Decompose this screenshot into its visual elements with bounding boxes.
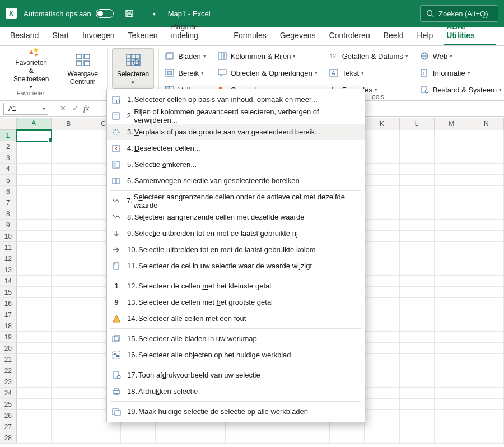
cell[interactable] bbox=[52, 220, 86, 231]
cell[interactable] bbox=[52, 197, 86, 208]
informatie-button[interactable]: iInformatie▾ bbox=[419, 66, 502, 80]
menu-item[interactable]: 2. Rijen of kolommen geavanceerd selecte… bbox=[107, 108, 365, 124]
bladen-button[interactable]: Bladen▾ bbox=[165, 49, 206, 63]
column-header[interactable]: B bbox=[52, 118, 86, 130]
cell[interactable] bbox=[365, 343, 399, 354]
cell[interactable] bbox=[17, 309, 52, 320]
cell[interactable] bbox=[469, 130, 504, 141]
cell[interactable] bbox=[190, 421, 225, 432]
row-header[interactable]: 2 bbox=[0, 141, 17, 152]
cell[interactable] bbox=[52, 287, 86, 298]
cell[interactable] bbox=[400, 410, 435, 421]
cell[interactable] bbox=[156, 432, 190, 444]
cell[interactable] bbox=[435, 231, 469, 242]
cell[interactable] bbox=[469, 309, 504, 320]
tab-gegevens[interactable]: Gegevens bbox=[273, 27, 323, 45]
tab-controleren[interactable]: Controleren bbox=[323, 27, 377, 45]
cell[interactable] bbox=[435, 343, 469, 354]
menu-item[interactable]: !14. Selecteer alle cellen met een fout bbox=[107, 310, 365, 327]
row-header[interactable]: 18 bbox=[0, 320, 17, 332]
cell[interactable] bbox=[435, 432, 469, 444]
cell[interactable] bbox=[435, 186, 469, 197]
cell[interactable] bbox=[365, 264, 399, 276]
select-all-corner[interactable] bbox=[0, 118, 17, 130]
cell[interactable] bbox=[156, 421, 190, 432]
row-header[interactable]: 6 bbox=[0, 186, 17, 197]
cell[interactable] bbox=[469, 343, 504, 354]
cell[interactable] bbox=[17, 220, 52, 231]
cell[interactable] bbox=[365, 287, 399, 298]
menu-item[interactable]: 19. Maak huidige selectie de selectie op… bbox=[107, 403, 365, 420]
cell[interactable] bbox=[17, 208, 52, 220]
cell[interactable] bbox=[469, 388, 504, 399]
cell[interactable] bbox=[52, 388, 86, 399]
cell[interactable] bbox=[435, 130, 469, 141]
cell[interactable] bbox=[469, 152, 504, 164]
cell[interactable] bbox=[435, 354, 469, 365]
cell[interactable] bbox=[17, 287, 52, 298]
cell[interactable] bbox=[469, 410, 504, 421]
cell[interactable] bbox=[365, 354, 399, 365]
row-header[interactable]: 24 bbox=[0, 388, 17, 399]
cell[interactable] bbox=[469, 253, 504, 264]
cell[interactable] bbox=[400, 421, 435, 432]
cell[interactable] bbox=[400, 388, 435, 399]
row-header[interactable]: 9 bbox=[0, 220, 17, 231]
cell[interactable] bbox=[469, 208, 504, 220]
row-header[interactable]: 7 bbox=[0, 197, 17, 208]
cell[interactable] bbox=[17, 320, 52, 332]
kolommen-rijen-button[interactable]: Kolommen & Rijen▾ bbox=[217, 49, 318, 63]
cell[interactable] bbox=[17, 175, 52, 186]
cell[interactable] bbox=[435, 242, 469, 253]
cell[interactable] bbox=[400, 320, 435, 332]
cell[interactable] bbox=[435, 220, 469, 231]
selecteren-button[interactable]: Selecteren ▾ bbox=[112, 48, 154, 89]
cell[interactable] bbox=[435, 276, 469, 287]
cell[interactable] bbox=[365, 130, 399, 141]
cell[interactable] bbox=[400, 208, 435, 220]
cell[interactable] bbox=[260, 421, 295, 432]
cell[interactable] bbox=[365, 186, 399, 197]
cell[interactable] bbox=[17, 376, 52, 388]
cell[interactable] bbox=[365, 332, 399, 343]
cell[interactable] bbox=[400, 365, 435, 376]
menu-item[interactable]: 3. Verplaats of pas de grootte aan van g… bbox=[107, 124, 365, 140]
cell[interactable] bbox=[17, 231, 52, 242]
row-header[interactable]: 10 bbox=[0, 231, 17, 242]
cell[interactable] bbox=[52, 343, 86, 354]
cell[interactable] bbox=[469, 220, 504, 231]
cell[interactable] bbox=[52, 421, 86, 432]
menu-item[interactable]: 10. Selectie uitbreiden tot en met de la… bbox=[107, 241, 365, 258]
tab-help[interactable]: Help bbox=[410, 27, 440, 45]
cell[interactable] bbox=[400, 253, 435, 264]
cell[interactable] bbox=[400, 220, 435, 231]
cell[interactable] bbox=[52, 432, 86, 444]
cell[interactable] bbox=[435, 175, 469, 186]
cell[interactable] bbox=[17, 242, 52, 253]
cell[interactable] bbox=[52, 253, 86, 264]
cell[interactable] bbox=[469, 320, 504, 332]
cell[interactable] bbox=[400, 354, 435, 365]
menu-item[interactable]: 112. Selecteer de cellen met het kleinst… bbox=[107, 278, 365, 294]
cell[interactable] bbox=[365, 421, 399, 432]
cell[interactable] bbox=[52, 208, 86, 220]
cell[interactable] bbox=[365, 309, 399, 320]
cell[interactable] bbox=[435, 399, 469, 410]
cell[interactable] bbox=[469, 287, 504, 298]
cell[interactable] bbox=[435, 298, 469, 309]
cell[interactable] bbox=[365, 410, 399, 421]
cell[interactable] bbox=[86, 421, 121, 432]
cell[interactable] bbox=[365, 197, 399, 208]
row-header[interactable]: 19 bbox=[0, 332, 17, 343]
cell[interactable] bbox=[469, 175, 504, 186]
cell[interactable] bbox=[52, 152, 86, 164]
cell[interactable] bbox=[52, 264, 86, 276]
cell[interactable] bbox=[400, 309, 435, 320]
tab-start[interactable]: Start bbox=[45, 27, 76, 45]
cell[interactable] bbox=[400, 186, 435, 197]
chevron-down-icon[interactable]: ▾ bbox=[43, 106, 45, 111]
cell[interactable] bbox=[52, 320, 86, 332]
row-header[interactable]: 25 bbox=[0, 399, 17, 410]
cell[interactable] bbox=[52, 332, 86, 343]
cell[interactable] bbox=[365, 388, 399, 399]
